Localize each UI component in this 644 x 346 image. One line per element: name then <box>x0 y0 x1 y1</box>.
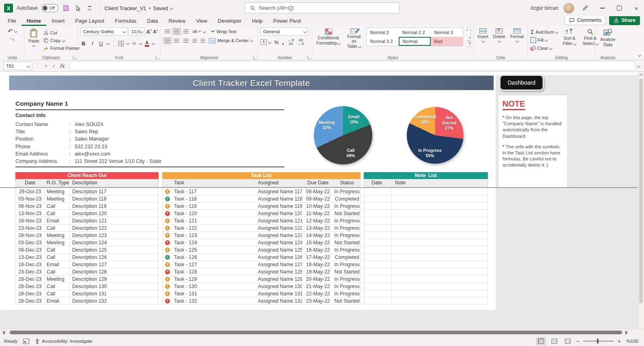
cell-ro-type[interactable]: Call <box>44 210 69 217</box>
cell-due-date[interactable]: 17-May-22 <box>302 254 334 261</box>
company-name[interactable]: Company Name 1 <box>15 100 68 107</box>
cell-date[interactable] <box>364 261 392 268</box>
cell-status-icon[interactable]: × <box>163 268 172 275</box>
fill-button[interactable]: ↓Fill <box>530 36 558 44</box>
cell-due-date[interactable]: 22-May-22 <box>302 290 334 297</box>
cell-assigned[interactable]: Assigned Name 122 <box>257 224 302 231</box>
cursor-tool-button[interactable] <box>74 3 82 13</box>
cell-task[interactable]: Task - 120 <box>172 210 257 217</box>
cell-date[interactable] <box>364 276 392 282</box>
cell-assigned[interactable]: Assigned Name 130 <box>257 283 302 290</box>
name-box[interactable]: T81 <box>3 62 32 70</box>
cell-task[interactable]: Task - 130 <box>172 283 257 290</box>
cell-note[interactable] <box>392 254 487 261</box>
cell-assigned[interactable]: Assigned Name 127 <box>257 261 302 268</box>
cell-description[interactable]: Description 121 <box>69 217 158 224</box>
cell-status[interactable]: In Progress <box>334 261 360 268</box>
gallery-scroll-down-button[interactable] <box>466 34 470 40</box>
align-top-button[interactable] <box>163 28 172 35</box>
share-button[interactable]: Share <box>609 15 640 25</box>
cell-due-date[interactable]: 16-May-22 <box>302 246 334 253</box>
cell-assigned[interactable]: Assigned Name 132 <box>257 297 302 304</box>
horizontal-scrollbar-thumb[interactable] <box>10 331 622 334</box>
cell-status-icon[interactable]: ! <box>163 232 172 239</box>
cell-ro-type[interactable]: Email <box>44 217 69 224</box>
copy-button[interactable]: Copy <box>43 37 80 44</box>
cell-status-icon[interactable]: ✓ <box>163 254 172 261</box>
cell-due-date[interactable]: 13-May-22 <box>302 224 334 231</box>
borders-button[interactable] <box>118 41 124 46</box>
column-header-task[interactable]: Task <box>172 179 257 186</box>
cell-ro-type[interactable]: Meeting <box>44 232 69 239</box>
cell-due-date[interactable]: 12-May-22 <box>302 217 334 224</box>
cell-date[interactable]: 03-Dec-23 <box>16 239 44 246</box>
draw-pen-button[interactable] <box>579 0 591 16</box>
cell-date[interactable]: 28-Dec-23 <box>16 276 44 282</box>
autosum-button[interactable]: ΣAutoSum <box>530 28 558 36</box>
cell-task[interactable]: Task - 127 <box>172 261 257 268</box>
style-normal-3[interactable]: Normal 3 <box>431 28 463 37</box>
increase-indent-button[interactable] <box>199 37 206 44</box>
cell-ro-type[interactable]: Call <box>44 290 69 297</box>
column-header-due-date[interactable]: Due Date <box>302 179 334 186</box>
redo-button[interactable]: ↷ <box>10 36 15 44</box>
collapse-ribbon-button[interactable] <box>638 51 641 58</box>
cell-note[interactable] <box>392 276 487 282</box>
zoom-out-button[interactable]: − <box>576 338 580 344</box>
cell-date[interactable]: 28-Nov-23 <box>16 232 44 239</box>
cell-status[interactable]: Completed <box>334 195 360 202</box>
cell-task[interactable]: Task - 122 <box>172 224 257 231</box>
zoom-level[interactable]: %100 <box>625 339 638 344</box>
cell-status-icon[interactable]: × <box>163 297 172 304</box>
cell-ro-type[interactable]: Email <box>44 261 69 268</box>
cell-date[interactable] <box>364 246 392 253</box>
percent-style-button[interactable]: % <box>274 39 279 45</box>
align-bottom-button[interactable] <box>182 28 190 35</box>
cell-note[interactable] <box>392 283 487 290</box>
cell-ro-type[interactable]: Call <box>44 224 69 231</box>
cell-date[interactable] <box>364 239 392 246</box>
cell-description[interactable]: Description 124 <box>69 239 158 246</box>
bold-button[interactable]: B <box>80 41 87 47</box>
cell-note[interactable] <box>392 203 487 209</box>
cell-task[interactable]: Task - 124 <box>172 239 257 246</box>
gallery-scroll-up-button[interactable] <box>466 28 470 34</box>
cell-description[interactable]: Description 118 <box>69 195 158 202</box>
macro-record-button[interactable] <box>23 339 29 344</box>
cell-status[interactable]: Not Started <box>334 268 360 275</box>
accounting-format-button[interactable]: $ <box>260 39 267 45</box>
cell-assigned[interactable]: Assigned Name 131 <box>257 290 302 297</box>
cell-due-date[interactable]: 10-May-22 <box>302 203 334 209</box>
cell-ro-type[interactable]: Meeting <box>44 276 69 282</box>
cell-note[interactable] <box>392 217 487 224</box>
style-normal[interactable]: Normal <box>399 37 431 46</box>
ribbon-tab-insert[interactable]: Insert <box>46 17 70 26</box>
cell-note[interactable] <box>392 261 487 268</box>
sort-filter-button[interactable]: AZ Sort & Filter <box>561 28 577 52</box>
cell-due-date[interactable]: 21-May-22 <box>302 283 334 290</box>
increase-font-button[interactable]: Aˆ <box>146 28 152 35</box>
cell-status-icon[interactable]: ! <box>163 217 172 224</box>
cell-date[interactable]: 08-Nov-23 <box>16 203 44 209</box>
vertical-scrollbar-thumb[interactable] <box>639 79 643 303</box>
cell-description[interactable]: Description 123 <box>69 232 158 239</box>
cell-date[interactable] <box>364 268 392 275</box>
field-value[interactable]: 111 Street 222 Venue 1/10 City - State <box>75 158 161 164</box>
dashboard-button[interactable]: Dashboard <box>500 75 543 90</box>
formula-input[interactable] <box>69 61 635 70</box>
column-header-note[interactable]: Note <box>392 179 487 186</box>
scroll-left-icon[interactable] <box>2 331 5 335</box>
cell-description[interactable]: Description 122 <box>69 224 158 231</box>
cell-note[interactable] <box>392 290 487 297</box>
cell-task[interactable]: Task - 119 <box>172 203 257 209</box>
fill-color-button[interactable] <box>132 42 137 45</box>
scroll-right-icon[interactable] <box>625 331 628 335</box>
cell-due-date[interactable]: 15-May-22 <box>302 239 334 246</box>
align-middle-button[interactable] <box>172 28 181 35</box>
cell-ro-type[interactable]: Call <box>44 283 69 290</box>
insert-cells-button[interactable]: Insert <box>476 28 490 52</box>
ribbon-tab-page-layout[interactable]: Page Layout <box>70 17 109 26</box>
accessibility-checker[interactable]: Accessibility: Investigate <box>35 339 92 344</box>
cell-note[interactable] <box>392 246 487 253</box>
column-header-status[interactable]: Status <box>334 179 360 186</box>
